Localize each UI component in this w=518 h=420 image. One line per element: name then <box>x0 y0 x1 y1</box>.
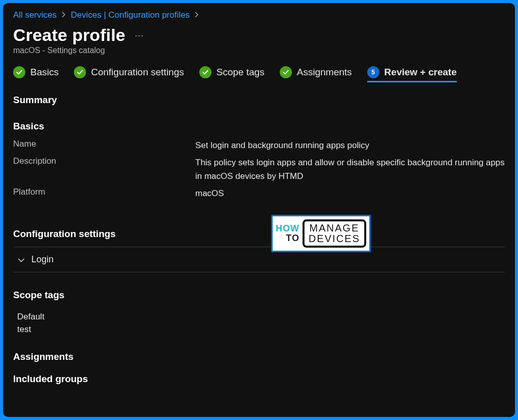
page-title: Create profile <box>13 25 125 45</box>
check-icon <box>13 66 25 78</box>
breadcrumb-devices-config[interactable]: Devices | Configuration profiles <box>71 10 190 20</box>
scope-tag-item: Default <box>17 311 505 323</box>
scope-tag-item: test <box>17 323 505 336</box>
check-icon <box>280 66 292 78</box>
basics-platform-row: Platform macOS <box>13 187 505 200</box>
page-subtitle: macOS - Settings catalog <box>13 46 505 55</box>
step-scope-tags[interactable]: Scope tags <box>199 66 265 81</box>
included-groups-heading: Included groups <box>13 374 505 385</box>
step-review-create[interactable]: 5 Review + create <box>367 66 457 81</box>
wizard-steps: Basics Configuration settings Scope tags… <box>13 66 505 81</box>
step-label: Assignments <box>297 67 352 78</box>
chevron-right-icon <box>195 11 199 19</box>
htmd-logo: HOW TO MANAGE DEVICES <box>271 215 371 252</box>
assignments-heading: Assignments <box>13 351 505 362</box>
app-window: All services Devices | Configuration pro… <box>3 3 515 417</box>
field-value: This policy sets login apps and allow or… <box>195 156 505 183</box>
collapse-label: Login <box>31 254 54 265</box>
chevron-right-icon <box>62 11 66 19</box>
logo-text-to: TO <box>276 234 299 243</box>
logo-text-how: HOW <box>276 224 299 234</box>
basics-name-row: Name Set login and background running ap… <box>13 139 505 152</box>
field-label: Description <box>13 156 195 166</box>
config-login-collapse[interactable]: Login <box>13 247 505 272</box>
step-basics[interactable]: Basics <box>13 66 59 81</box>
check-icon <box>199 66 211 78</box>
field-value: Set login and background running apps po… <box>195 139 505 152</box>
step-label: Configuration settings <box>91 67 184 78</box>
scope-tags-list: Default test <box>13 308 505 336</box>
field-value: macOS <box>195 187 505 200</box>
field-label: Platform <box>13 187 195 197</box>
step-assignments[interactable]: Assignments <box>280 66 352 81</box>
step-label: Scope tags <box>217 67 265 78</box>
page-title-row: Create profile ⋯ <box>13 25 505 45</box>
chevron-down-icon <box>17 256 24 263</box>
step-label: Basics <box>30 67 59 78</box>
config-settings-heading: Configuration settings <box>13 228 505 240</box>
scope-tags-heading: Scope tags <box>13 290 505 301</box>
step-label: Review + create <box>384 67 457 78</box>
field-label: Name <box>13 139 195 149</box>
logo-text-manage: MANAGE <box>309 223 360 234</box>
step-number-badge: 5 <box>367 66 379 78</box>
summary-heading: Summary <box>13 95 505 106</box>
more-actions-button[interactable]: ⋯ <box>133 29 146 42</box>
step-configuration-settings[interactable]: Configuration settings <box>74 66 184 81</box>
basics-heading: Basics <box>13 121 505 132</box>
breadcrumb: All services Devices | Configuration pro… <box>13 10 505 20</box>
basics-description-row: Description This policy sets login apps … <box>13 156 505 183</box>
breadcrumb-all-services[interactable]: All services <box>13 10 57 20</box>
check-icon <box>74 66 86 78</box>
logo-text-devices: DEVICES <box>309 234 360 244</box>
